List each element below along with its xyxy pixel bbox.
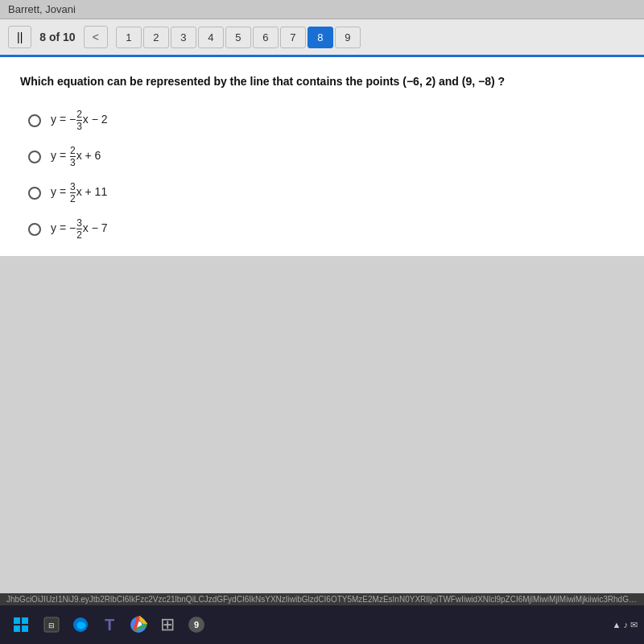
edge-icon[interactable] (68, 612, 93, 638)
system-tray: ▲ ♪ ✉ (613, 620, 638, 630)
choice-c-label: y = 32x + 11 (51, 182, 107, 204)
taskbar: ⊟ T ⊞ 9 ▲ ♪ ✉ (0, 605, 644, 644)
svg-text:9: 9 (194, 620, 199, 630)
page-num-9[interactable]: 9 (335, 27, 361, 48)
page-num-8[interactable]: 8 (308, 27, 333, 48)
svg-rect-2 (14, 625, 20, 632)
radio-b[interactable] (28, 151, 41, 163)
svg-rect-0 (14, 617, 20, 624)
page-num-3[interactable]: 3 (171, 27, 196, 48)
radio-c[interactable] (28, 187, 41, 200)
pause-icon: || (17, 31, 23, 43)
answer-choices: y = −23x − 2 y = 23x + 6 y = 32x + 11 (28, 109, 624, 240)
page-num-1[interactable]: 1 (116, 27, 142, 48)
time-display: ▲ ♪ ✉ (613, 620, 638, 630)
radio-a[interactable] (28, 114, 41, 127)
nav-bar: || 8 of 10 < 1 2 3 4 5 6 7 8 9 (0, 19, 644, 57)
choice-a[interactable]: y = −23x − 2 (28, 109, 624, 131)
page-num-4[interactable]: 4 (198, 27, 224, 48)
question-text: Which equation can be represented by the… (20, 73, 624, 90)
browser-content: || 8 of 10 < 1 2 3 4 5 6 7 8 9 Which equ… (0, 19, 644, 256)
choice-d[interactable]: y = −32x − 7 (28, 218, 624, 240)
page-numbers: 1 2 3 4 5 6 7 8 9 (116, 27, 361, 48)
choice-d-label: y = −32x − 7 (51, 218, 108, 240)
choice-c[interactable]: y = 32x + 11 (28, 182, 624, 204)
question-area: Which equation can be represented by the… (0, 57, 644, 256)
title-text: Barrett, Jovani (8, 3, 76, 15)
page-num-7[interactable]: 7 (280, 27, 306, 48)
prev-button[interactable]: < (84, 26, 108, 48)
choice-a-label: y = −23x − 2 (51, 109, 108, 131)
url-bar: JhbGciOiJIUzI1NiJ9.eyJtb2RlbCI6IkFzc2Vzc… (0, 593, 644, 605)
teams-icon[interactable]: T (97, 612, 122, 638)
choice-b[interactable]: y = 23x + 6 (28, 146, 624, 167)
svg-text:⊟: ⊟ (48, 621, 55, 630)
search-taskbar-icon[interactable]: ⊟ (39, 612, 64, 638)
pause-button[interactable]: || (8, 26, 31, 48)
svg-rect-3 (22, 625, 28, 632)
page-num-5[interactable]: 5 (225, 27, 251, 48)
progress-indicator: 8 of 10 (39, 31, 75, 43)
radio-d[interactable] (28, 223, 41, 236)
page-num-6[interactable]: 6 (253, 27, 279, 48)
page-num-2[interactable]: 2 (143, 27, 169, 48)
svg-rect-1 (22, 617, 28, 624)
apps-icon[interactable]: ⊞ (155, 612, 180, 638)
choice-b-label: y = 23x + 6 (51, 146, 101, 167)
notification-icon[interactable]: 9 (184, 612, 209, 638)
chrome-icon[interactable] (126, 612, 151, 638)
title-bar: Barrett, Jovani (0, 0, 644, 19)
start-button[interactable] (6, 610, 35, 639)
